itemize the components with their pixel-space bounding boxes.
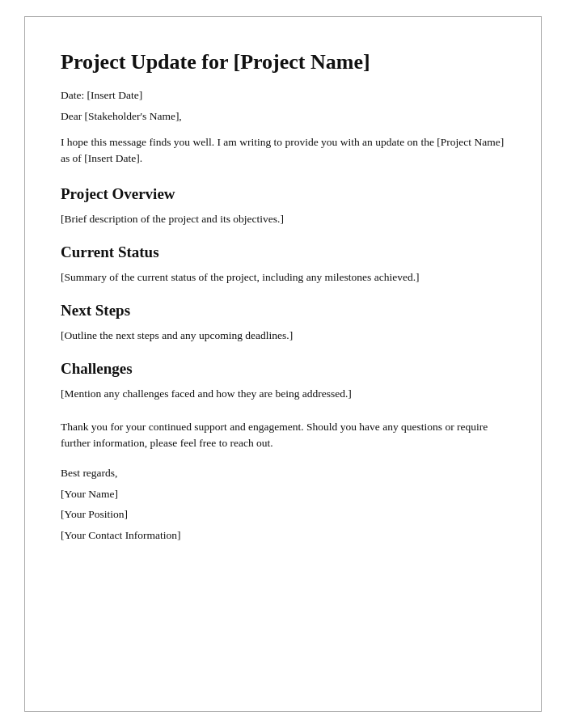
closing-thanks: Thank you for your continued support and… xyxy=(61,419,505,452)
section-body-challenges: [Mention any challenges faced and how th… xyxy=(61,386,505,402)
closing-block: Thank you for your continued support and… xyxy=(61,419,505,544)
document-salutation: Dear [Stakeholder's Name], xyxy=(61,110,505,123)
document-date: Date: [Insert Date] xyxy=(61,89,505,102)
section-body-current-status: [Summary of the current status of the pr… xyxy=(61,269,505,286)
section-body-next-steps: [Outline the next steps and any upcoming… xyxy=(61,328,505,344)
section-body-project-overview: [Brief description of the project and it… xyxy=(61,211,505,227)
page-container: Project Update for [Project Name] Date: … xyxy=(0,0,566,728)
closing-your-contact: [Your Contact Information] xyxy=(61,527,505,544)
closing-your-name: [Your Name] xyxy=(61,485,505,503)
document: Project Update for [Project Name] Date: … xyxy=(24,16,542,712)
section-heading-challenges: Challenges xyxy=(61,360,505,378)
closing-your-position: [Your Position] xyxy=(61,506,505,523)
closing-best-regards: Best regards, xyxy=(61,464,505,482)
section-heading-next-steps: Next Steps xyxy=(61,302,505,320)
section-heading-project-overview: Project Overview xyxy=(61,185,505,203)
document-title: Project Update for [Project Name] xyxy=(61,49,505,74)
document-intro: I hope this message finds you well. I am… xyxy=(61,134,505,167)
section-heading-current-status: Current Status xyxy=(61,243,505,261)
